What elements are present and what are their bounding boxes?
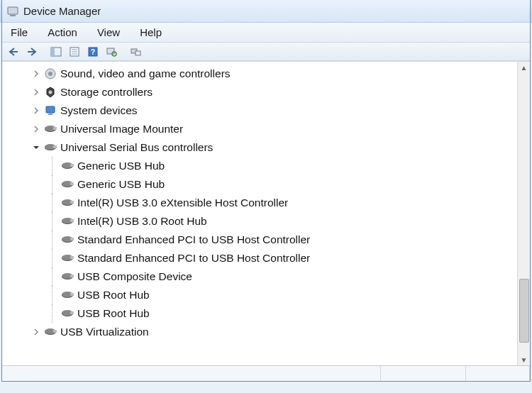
tree-child-node[interactable]: Intel(R) USB 3.0 eXtensible Host Control… <box>2 194 517 212</box>
svg-rect-13 <box>135 51 140 55</box>
svg-rect-36 <box>70 219 74 222</box>
expand-toggle[interactable] <box>32 328 40 336</box>
svg-rect-10 <box>107 48 114 54</box>
properties-button[interactable] <box>66 44 83 60</box>
menu-action[interactable]: Action <box>43 25 82 40</box>
speaker-icon <box>43 67 57 81</box>
tree-node-label: Standard Enhanced PCI to USB Host Contro… <box>77 252 310 265</box>
tree-node-label: Intel(R) USB 3.0 Root Hub <box>77 215 207 228</box>
menu-file[interactable]: File <box>6 25 32 40</box>
tree-child-node[interactable]: Generic USB Hub <box>2 175 517 194</box>
usb-icon <box>60 288 74 302</box>
expand-toggle[interactable] <box>32 143 40 152</box>
tree-node[interactable]: System devices <box>2 101 517 120</box>
expand-toggle[interactable] <box>32 70 40 78</box>
svg-rect-18 <box>48 114 52 115</box>
svg-rect-21 <box>53 127 57 130</box>
svg-rect-24 <box>53 145 57 148</box>
tree-child-node[interactable]: Generic USB Hub <box>2 157 517 175</box>
svg-point-16 <box>49 91 52 94</box>
tree-node-label: Universal Serial Bus controllers <box>60 141 213 154</box>
tree-node[interactable]: Storage controllers <box>2 83 517 101</box>
expand-toggle[interactable] <box>32 106 40 115</box>
svg-rect-30 <box>70 182 74 185</box>
svg-point-15 <box>48 72 52 76</box>
usb-icon <box>43 325 57 339</box>
tree-line <box>52 175 52 194</box>
tree-node-label: Generic USB Hub <box>77 160 165 172</box>
svg-rect-1 <box>10 15 16 16</box>
tree-node-label: Intel(R) USB 3.0 eXtensible Host Control… <box>77 196 288 209</box>
usb-icon <box>60 177 74 192</box>
svg-rect-17 <box>46 106 55 113</box>
tree-node[interactable]: Universal Serial Bus controllers <box>2 138 517 157</box>
tree-child-node[interactable]: USB Root Hub <box>2 304 517 323</box>
tree-node[interactable]: USB Virtualization <box>2 323 517 341</box>
scroll-thumb[interactable] <box>519 279 529 343</box>
device-tree[interactable]: Sound, video and game controllersStorage… <box>2 62 517 365</box>
menu-help[interactable]: Help <box>135 25 166 40</box>
tree-line <box>52 231 52 249</box>
back-button[interactable] <box>5 44 22 60</box>
tree-child-node[interactable]: Standard Enhanced PCI to USB Host Contro… <box>2 249 517 267</box>
menu-view[interactable]: View <box>93 25 124 40</box>
usb-icon <box>60 159 74 173</box>
svg-rect-51 <box>70 311 74 314</box>
svg-text:?: ? <box>91 48 95 56</box>
tree-node-label: USB Root Hub <box>77 289 150 301</box>
vertical-scrollbar[interactable]: ▲ ▼ <box>517 62 530 365</box>
storage-icon <box>43 85 57 99</box>
system-icon <box>43 104 57 118</box>
scroll-up-arrow[interactable]: ▲ <box>519 62 530 73</box>
status-cell <box>2 366 381 381</box>
status-cell <box>466 366 530 381</box>
usb-icon <box>60 233 74 247</box>
tree-node-label: Universal Image Mounter <box>60 123 183 135</box>
tree-line <box>52 267 52 286</box>
tree-child-node[interactable]: USB Composite Device <box>2 267 517 286</box>
tree-node-label: Sound, video and game controllers <box>60 67 231 80</box>
svg-rect-54 <box>53 330 57 333</box>
tree-node[interactable]: Sound, video and game controllers <box>2 65 517 83</box>
tree-line <box>52 194 52 212</box>
svg-rect-42 <box>70 256 74 259</box>
tree-line <box>52 212 52 231</box>
tree-node-label: Generic USB Hub <box>77 178 165 191</box>
tree-node[interactable]: Universal Image Mounter <box>2 120 517 138</box>
usb-icon <box>60 251 74 265</box>
scan-hardware-button[interactable] <box>103 44 120 60</box>
expand-toggle[interactable] <box>32 125 40 133</box>
svg-rect-0 <box>8 7 18 14</box>
tree-node-label: Storage controllers <box>60 86 153 99</box>
tree-line <box>52 286 52 304</box>
separator <box>42 44 46 60</box>
svg-rect-39 <box>70 238 74 240</box>
usb-icon <box>43 140 57 155</box>
forward-button[interactable] <box>23 44 40 60</box>
svg-rect-48 <box>70 293 74 296</box>
help-button[interactable]: ? <box>84 44 101 60</box>
devices-printers-button[interactable] <box>127 44 144 60</box>
device-manager-window: Device Manager File Action View Help ? S… <box>1 0 531 382</box>
tree-node-label: Standard Enhanced PCI to USB Host Contro… <box>77 233 310 246</box>
status-cell <box>381 366 466 381</box>
svg-rect-33 <box>70 201 74 204</box>
tree-child-node[interactable]: Standard Enhanced PCI to USB Host Contro… <box>2 231 517 249</box>
tree-child-node[interactable]: Intel(R) USB 3.0 Root Hub <box>2 212 517 231</box>
content-area: Sound, video and game controllersStorage… <box>2 61 530 365</box>
menu-bar: File Action View Help <box>2 23 530 43</box>
title-bar[interactable]: Device Manager <box>2 0 530 23</box>
tree-node-label: USB Composite Device <box>77 270 192 283</box>
tree-line <box>52 249 52 267</box>
svg-rect-27 <box>70 164 74 167</box>
tree-node-label: System devices <box>60 104 138 117</box>
show-hide-console-button[interactable] <box>48 44 65 60</box>
scroll-down-arrow[interactable]: ▼ <box>519 354 530 365</box>
tree-node-label: USB Root Hub <box>77 307 150 320</box>
expand-toggle[interactable] <box>32 88 40 96</box>
separator <box>121 44 126 60</box>
tree-child-node[interactable]: USB Root Hub <box>2 286 517 304</box>
tree-line <box>52 157 52 175</box>
usb-icon <box>60 270 74 284</box>
app-icon <box>6 5 19 18</box>
